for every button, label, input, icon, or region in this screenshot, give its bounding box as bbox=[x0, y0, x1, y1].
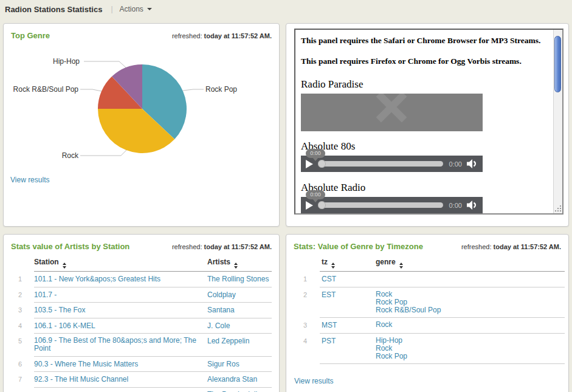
leader-line-rock-rnb-soul-pop bbox=[80, 89, 102, 91]
station-link[interactable]: 101.1 - New York&apos;s Greatest Hits bbox=[34, 275, 160, 283]
scrollbar-track[interactable] bbox=[553, 30, 562, 213]
row-number: 3 bbox=[286, 318, 307, 329]
panel-title: Top Genre bbox=[11, 31, 50, 40]
elapsed-time: 0:00 bbox=[449, 202, 462, 209]
elapsed-time: 0:00 bbox=[449, 160, 462, 168]
column-header-tz[interactable]: tz bbox=[320, 258, 376, 269]
leader-line-rock bbox=[80, 150, 126, 156]
panel-genre-tz-header: Stats: Value of Genre by Timezone refres… bbox=[294, 242, 561, 251]
panel-streams: This panel requires the Safari or Chrome… bbox=[286, 23, 569, 227]
browser-notice-ogg: This panel requires Firefox or Chrome fo… bbox=[301, 57, 548, 66]
genre-link[interactable]: Rock Pop bbox=[376, 298, 565, 306]
pie-chart: Hip-Hop Rock R&B/Soul Pop Rock Pop Rock bbox=[4, 41, 280, 187]
pie-slices bbox=[98, 64, 187, 153]
row-number: 1 bbox=[286, 272, 307, 283]
browser-notice-mp3: This panel requires the Safari or Chrome… bbox=[301, 36, 548, 46]
column-header-genre[interactable]: genre bbox=[376, 258, 565, 269]
streams-frame: This panel requires the Safari or Chrome… bbox=[294, 29, 563, 215]
tz-link[interactable]: EST bbox=[322, 291, 336, 299]
sort-icon[interactable] bbox=[63, 263, 66, 269]
scrollbar-thumb[interactable] bbox=[554, 36, 561, 92]
sort-icon[interactable] bbox=[331, 263, 335, 269]
station-link[interactable]: 106.1 - 106 K-MEL bbox=[34, 322, 95, 330]
actions-menu[interactable]: Actions bbox=[120, 5, 152, 13]
refreshed-status: refreshed: today at 11:57:52 AM. bbox=[461, 243, 561, 250]
genre-link[interactable]: Rock Pop bbox=[376, 352, 565, 360]
caret-down-icon bbox=[147, 8, 152, 10]
tz-link[interactable]: MST bbox=[322, 322, 337, 329]
table-row: 4 106.1 - 106 K-MEL J. Cole bbox=[4, 318, 279, 334]
station-link[interactable]: 106.9 - The Best of The 80&apos;s and Mo… bbox=[34, 337, 202, 352]
station-link[interactable]: 101.7 - bbox=[34, 291, 57, 299]
leader-line-hip-hop bbox=[84, 61, 126, 67]
artist-link[interactable]: J. Cole bbox=[207, 322, 230, 330]
genre-link[interactable]: Rock bbox=[376, 345, 565, 352]
genre-link[interactable]: Rock bbox=[376, 291, 565, 298]
scrub-handle[interactable] bbox=[318, 201, 326, 209]
tz-link[interactable]: PST bbox=[322, 337, 336, 345]
panel-title: Stats value of Artists by Station bbox=[11, 242, 129, 251]
pie-label-rock: Rock bbox=[62, 151, 79, 160]
refreshed-status: refreshed: today at 11:57:52 AM. bbox=[172, 243, 272, 250]
view-results-link[interactable]: View results bbox=[294, 377, 333, 385]
artist-link[interactable]: Santana bbox=[207, 306, 235, 314]
artist-link[interactable]: Alexandra Stan bbox=[207, 376, 257, 383]
sort-icon[interactable] bbox=[399, 263, 403, 269]
station-link[interactable]: 90.3 - Where The Music Matters bbox=[34, 360, 138, 368]
row-number: 8 bbox=[4, 388, 22, 392]
artist-link[interactable]: The Rolling Stones bbox=[207, 275, 269, 283]
broken-image-x-icon bbox=[374, 94, 408, 124]
artist-link[interactable]: Coldplay bbox=[207, 291, 236, 299]
row-number: 2 bbox=[4, 287, 22, 298]
table-row: 6 90.3 - Where The Music Matters Sigur R… bbox=[4, 357, 279, 373]
audio-player-absolute-radio: 0:00 0:00 bbox=[301, 197, 483, 213]
progress-bar[interactable] bbox=[319, 202, 443, 208]
broken-image-placeholder bbox=[301, 94, 483, 131]
genre-link[interactable]: Rock bbox=[376, 321, 565, 329]
panel-artists-header: Stats value of Artists by Station refres… bbox=[11, 242, 272, 251]
scrub-tooltip: 0:00 bbox=[306, 149, 325, 158]
tz-link[interactable]: CST bbox=[322, 275, 336, 283]
table-row: 1 101.1 - New York&apos;s Greatest Hits … bbox=[4, 272, 279, 287]
table-row: 7 92.3 - The Hit Music Channel Alexandra… bbox=[4, 372, 279, 388]
pie-label-hip-hop: Hip-Hop bbox=[53, 57, 80, 66]
genre-link[interactable]: Hip-Hop bbox=[376, 337, 565, 345]
station-link[interactable]: 103.5 - The Fox bbox=[34, 306, 86, 314]
title-divider: | bbox=[111, 5, 112, 13]
resize-grip[interactable] bbox=[554, 205, 562, 212]
scrub-tooltip: 0:00 bbox=[306, 190, 325, 199]
panel-title: Stats: Value of Genre by Timezone bbox=[294, 242, 423, 251]
row-number: 1 bbox=[4, 272, 22, 283]
leader-line-rock-pop bbox=[183, 89, 204, 91]
progress-bar[interactable] bbox=[319, 161, 443, 167]
column-header-station[interactable]: Station bbox=[34, 258, 207, 269]
pie-label-rock-pop: Rock Pop bbox=[205, 85, 237, 94]
row-number: 3 bbox=[4, 303, 22, 314]
panel-top-genre: Top Genre refreshed: today at 11:57:52 A… bbox=[3, 23, 280, 227]
row-number: 4 bbox=[4, 318, 22, 329]
panel-artists-by-station: Stats value of Artists by Station refres… bbox=[3, 234, 280, 392]
artist-link[interactable]: Sigur Ros bbox=[207, 360, 239, 368]
artist-link[interactable]: Led Zeppelin bbox=[207, 337, 249, 345]
stream-heading-absolute-80s: Absolute 80s bbox=[301, 140, 548, 153]
table-row: 3 MST Rock bbox=[286, 318, 568, 334]
volume-icon[interactable] bbox=[467, 201, 478, 210]
stream-heading-absolute-radio: Absolute Radio bbox=[301, 182, 548, 194]
pie-label-rock-rnb-soul-pop: Rock R&B/Soul Pop bbox=[13, 85, 79, 94]
station-link[interactable]: 92.3 - The Hit Music Channel bbox=[34, 376, 128, 383]
volume-icon[interactable] bbox=[467, 159, 478, 168]
scrub-handle[interactable] bbox=[318, 160, 326, 168]
table-row: 8 93.1 - Playing What We Want The Psyche… bbox=[4, 388, 279, 392]
row-number: 4 bbox=[286, 334, 307, 345]
actions-menu-label: Actions bbox=[120, 5, 143, 13]
sort-icon[interactable] bbox=[234, 263, 238, 269]
row-number: 5 bbox=[4, 334, 22, 345]
genre-link[interactable]: Rock R&B/Soul Pop bbox=[376, 306, 565, 314]
column-header-artists[interactable]: Artists bbox=[207, 258, 272, 269]
row-number: 7 bbox=[4, 372, 22, 383]
audio-player-absolute-80s: 0:00 0:00 bbox=[301, 156, 483, 172]
view-results-link[interactable]: View results bbox=[10, 176, 49, 184]
row-number: 2 bbox=[286, 287, 307, 298]
table-row: 2 101.7 - Coldplay bbox=[4, 287, 279, 303]
genre-timezone-table: tz genre 1 CST 2 EST bbox=[286, 255, 568, 364]
